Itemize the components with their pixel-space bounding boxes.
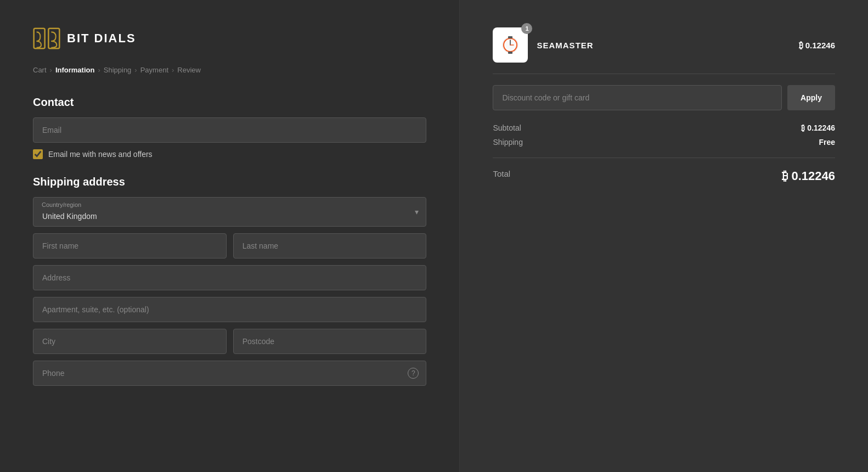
logo-icon	[33, 27, 60, 49]
country-wrapper: Country/region United Kingdom United Sta…	[33, 197, 426, 227]
sep2: ›	[98, 66, 100, 74]
contact-section: Contact Email me with news and offers	[33, 96, 426, 159]
product-badge: 1	[521, 23, 532, 34]
divider-1	[493, 74, 835, 74]
brand-name: BIT DIALS	[67, 31, 136, 46]
email-input[interactable]	[33, 117, 426, 143]
watch-icon	[499, 34, 521, 56]
city-postcode-row	[33, 329, 426, 354]
svg-rect-8	[508, 52, 512, 54]
discount-input[interactable]	[493, 85, 782, 110]
discount-row: Apply	[493, 85, 835, 110]
postcode-input[interactable]	[233, 329, 427, 354]
product-name: SEAMASTER	[537, 41, 593, 50]
name-row	[33, 233, 426, 259]
phone-input[interactable]	[33, 361, 426, 386]
shipping-label: Shipping	[493, 138, 523, 147]
product-price: ₿ 0.12246	[799, 41, 835, 50]
breadcrumb-information: Information	[55, 66, 95, 74]
product-thumbnail-wrapper: 1	[493, 27, 528, 63]
left-panel: BIT DIALS Cart › Information › Shipping …	[0, 0, 460, 472]
breadcrumb-review[interactable]: Review	[177, 66, 201, 74]
breadcrumb-payment[interactable]: Payment	[140, 66, 168, 74]
newsletter-row: Email me with news and offers	[33, 149, 426, 159]
sep1: ›	[50, 66, 52, 74]
first-name-input[interactable]	[33, 233, 227, 259]
country-label: Country/region	[42, 201, 81, 208]
total-row: Total ₿ 0.12246	[493, 169, 835, 183]
city-input[interactable]	[33, 329, 227, 354]
country-select[interactable]: United Kingdom United States Germany Fra…	[33, 197, 426, 227]
address-row	[33, 265, 426, 290]
contact-title: Contact	[33, 96, 426, 109]
product-info: 1 SEAMASTER	[493, 27, 593, 63]
shipping-title: Shipping address	[33, 176, 426, 188]
apartment-row	[33, 297, 426, 322]
svg-rect-0	[34, 29, 45, 49]
phone-row: ?	[33, 361, 426, 386]
logo-area: BIT DIALS	[33, 27, 426, 49]
shipping-address-section: Shipping address Country/region United K…	[33, 176, 426, 386]
svg-rect-1	[48, 29, 59, 49]
sep3: ›	[134, 66, 137, 74]
apartment-input[interactable]	[33, 297, 426, 322]
shipping-value: Free	[819, 138, 835, 147]
newsletter-label[interactable]: Email me with news and offers	[48, 150, 153, 159]
total-label: Total	[493, 169, 510, 183]
last-name-input[interactable]	[233, 233, 427, 259]
sep4: ›	[172, 66, 174, 74]
divider-2	[493, 158, 835, 158]
total-value: ₿ 0.12246	[782, 169, 835, 183]
breadcrumb: Cart › Information › Shipping › Payment …	[33, 66, 426, 74]
product-row: 1 SEAMASTER ₿ 0.12246	[493, 27, 835, 63]
right-panel: 1 SEAMASTER ₿ 0.12246 Apply Subtotal ₿ 0…	[460, 0, 868, 472]
apply-button[interactable]: Apply	[787, 85, 835, 110]
newsletter-checkbox[interactable]	[33, 149, 43, 159]
subtotal-value: ₿ 0.12246	[801, 123, 835, 132]
address-input[interactable]	[33, 265, 426, 290]
svg-rect-7	[508, 36, 512, 38]
breadcrumb-shipping[interactable]: Shipping	[104, 66, 132, 74]
subtotal-row: Subtotal ₿ 0.12246	[493, 123, 835, 132]
email-row	[33, 117, 426, 143]
subtotal-label: Subtotal	[493, 123, 521, 132]
shipping-row: Shipping Free	[493, 138, 835, 147]
phone-help-icon[interactable]: ?	[408, 368, 419, 379]
breadcrumb-cart[interactable]: Cart	[33, 66, 47, 74]
